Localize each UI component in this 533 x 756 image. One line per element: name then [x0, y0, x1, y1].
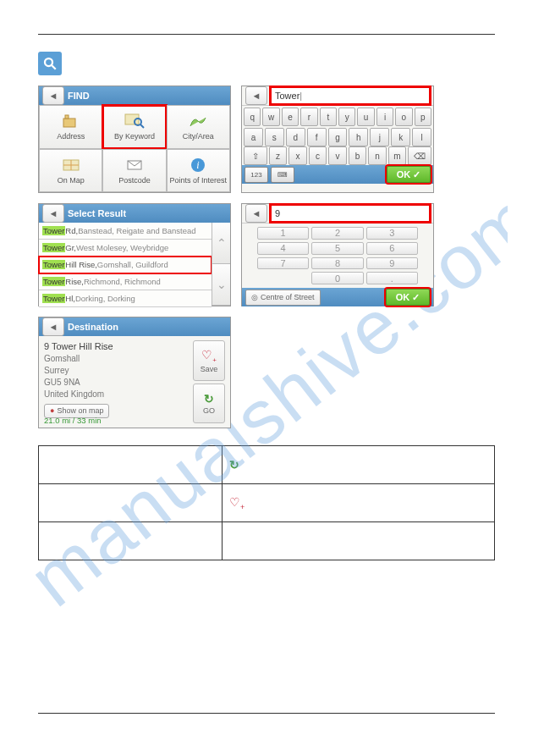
key-z[interactable]: z — [269, 146, 287, 165]
key-n[interactable]: n — [368, 146, 386, 165]
key-s[interactable]: s — [265, 128, 284, 146]
key-x[interactable]: x — [288, 146, 306, 165]
screen-find: ◄ FIND Address By Keyword City/Area On M… — [38, 86, 231, 193]
key-v[interactable]: v — [328, 146, 346, 165]
back-button[interactable]: ◄ — [245, 86, 267, 105]
result-row[interactable]: Tower Hl, Dorking, Dorking — [39, 290, 212, 307]
find-cell-cityarea[interactable]: City/Area — [167, 105, 230, 149]
key-u[interactable]: u — [357, 108, 374, 126]
key-k[interactable]: k — [391, 128, 410, 146]
numpad: 1 2 3 4 5 6 7 8 9 0 . — [242, 223, 433, 288]
result-row[interactable]: Tower Rise, Richmond, Richmond — [39, 273, 212, 290]
title-text: Destination — [68, 322, 118, 332]
go-button[interactable]: ↻GO — [193, 384, 225, 424]
heart-plus-icon: ♡+ — [201, 348, 217, 364]
back-button[interactable]: ◄ — [42, 204, 64, 223]
key-m[interactable]: m — [388, 146, 406, 165]
keyboard-row3: ⇧ z x c v b n m ⌫ — [242, 146, 433, 165]
table-cell — [223, 522, 495, 560]
key-123[interactable]: 123 — [245, 167, 268, 183]
keyboard-row1: q w e r t y u i o p — [242, 106, 433, 128]
key-1[interactable]: 1 — [257, 227, 309, 240]
key-g[interactable]: g — [328, 128, 348, 146]
table-cell — [39, 446, 223, 484]
key-6[interactable]: 6 — [366, 242, 418, 255]
key-a[interactable]: a — [244, 128, 263, 146]
key-3[interactable]: 3 — [366, 227, 418, 240]
save-button[interactable]: ♡+Save — [193, 340, 225, 381]
key-h[interactable]: h — [349, 128, 368, 146]
keyword-input[interactable]: Tower| — [271, 87, 430, 104]
title-text: FIND — [68, 91, 90, 101]
titlebar-destination: ◄ Destination — [39, 317, 230, 336]
key-shift[interactable]: ⇧ — [244, 146, 267, 165]
key-0[interactable]: 0 — [311, 272, 363, 284]
find-cell-onmap[interactable]: On Map — [39, 149, 102, 193]
key-2[interactable]: 2 — [311, 227, 363, 240]
find-cell-keyword[interactable]: By Keyword — [102, 105, 166, 149]
back-button[interactable]: ◄ — [42, 317, 64, 336]
go-arrow-icon: ↻ — [204, 392, 214, 406]
search-icon — [38, 52, 62, 75]
go-arrow-icon: ↻ — [229, 458, 239, 472]
back-button[interactable]: ◄ — [42, 86, 64, 105]
result-row[interactable]: Tower Hill Rise, Gomshall, Guildford — [39, 257, 212, 273]
screen-keyboard: ◄ Tower| q w e r t y u i o p a s d f g h… — [241, 86, 434, 193]
key-7[interactable]: 7 — [257, 257, 309, 270]
find-cell-postcode[interactable]: Postcode — [102, 149, 166, 193]
screen-destination: ◄ Destination 9 Tower Hill Rise Gomshall… — [38, 317, 231, 428]
key-q[interactable]: q — [244, 108, 261, 126]
key-9[interactable]: 9 — [366, 257, 418, 270]
key-5[interactable]: 5 — [311, 242, 363, 255]
key-l[interactable]: l — [412, 128, 431, 146]
key-y[interactable]: y — [338, 108, 355, 126]
number-input[interactable]: 9 — [271, 205, 430, 222]
ok-button[interactable]: OK✓ — [386, 289, 430, 306]
key-w[interactable]: w — [262, 108, 279, 126]
key-b[interactable]: b — [349, 146, 366, 165]
key-dot[interactable]: . — [366, 272, 418, 284]
result-row[interactable]: Tower Rd, Banstead, Reigate and Banstead — [39, 223, 212, 240]
key-o[interactable]: o — [395, 108, 412, 126]
table-cell: ↻ — [223, 446, 495, 484]
key-j[interactable]: j — [370, 128, 389, 146]
scroll-down-button[interactable]: ⌄ — [212, 264, 230, 306]
key-backspace[interactable]: ⌫ — [408, 146, 431, 165]
key-t[interactable]: t — [320, 108, 337, 126]
keyword-icon — [124, 113, 146, 130]
postcode-icon — [124, 157, 146, 174]
scroll-up-button[interactable]: ⌃ — [212, 223, 230, 264]
key-i[interactable]: i — [376, 108, 393, 126]
key-c[interactable]: c — [309, 146, 327, 165]
svg-line-1 — [52, 65, 56, 69]
key-spacebar-toggle[interactable]: ⌨ — [271, 167, 294, 183]
dest-address-line4: GU5 9NA — [44, 377, 193, 389]
key-d[interactable]: d — [286, 128, 305, 146]
target-icon: ◎ — [251, 293, 258, 301]
reference-table: ↻ ♡+ — [38, 445, 495, 560]
dest-address-line2: Gomshall — [44, 353, 193, 365]
table-cell — [39, 484, 223, 522]
key-r[interactable]: r — [300, 108, 317, 126]
title-text: Select Result — [68, 208, 126, 218]
titlebar-select: ◄ Select Result — [39, 204, 230, 223]
key-8[interactable]: 8 — [311, 257, 363, 270]
centre-of-street-button[interactable]: ◎Centre of Street — [245, 290, 321, 306]
heart-plus-icon: ♡+ — [229, 495, 245, 509]
result-row[interactable]: Tower Gr, West Molesey, Weybridge — [39, 240, 212, 257]
ok-button[interactable]: OK✓ — [387, 166, 431, 183]
bottom-rule — [38, 713, 495, 714]
back-button[interactable]: ◄ — [245, 204, 267, 223]
key-f[interactable]: f — [307, 128, 327, 146]
key-e[interactable]: e — [282, 108, 299, 126]
key-4[interactable]: 4 — [257, 242, 309, 255]
screen-numpad: ◄ 9 1 2 3 4 5 6 7 8 9 0 . ◎Centre of Str… — [241, 203, 434, 306]
svg-rect-2 — [63, 119, 75, 127]
table-cell: ♡+ — [223, 484, 495, 522]
poi-icon: i — [187, 157, 209, 174]
find-cell-address[interactable]: Address — [39, 105, 102, 149]
dest-address-line5: United Kingdom — [44, 389, 193, 400]
key-p[interactable]: p — [415, 108, 431, 126]
find-cell-poi[interactable]: iPoints of Interest — [167, 149, 230, 193]
titlebar-find: ◄ FIND — [39, 86, 230, 105]
